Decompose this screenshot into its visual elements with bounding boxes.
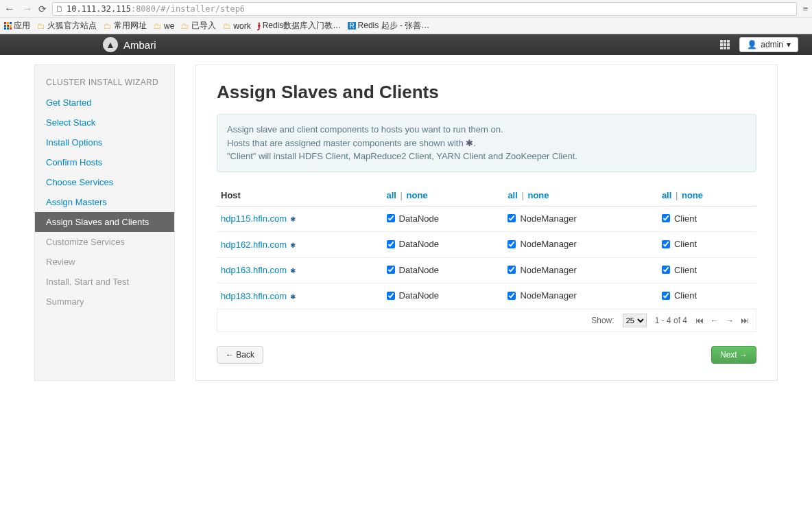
checkbox-input[interactable] xyxy=(387,266,395,274)
page-range: 1 - 4 of 4 xyxy=(655,316,687,325)
checkbox-input[interactable] xyxy=(662,266,670,274)
wizard-step-choose-services[interactable]: Choose Services xyxy=(35,172,174,192)
table-row: hdp162.hfln.com ✱DataNodeNodeManagerClie… xyxy=(217,232,756,258)
table-row: hdp163.hfln.com ✱DataNodeNodeManagerClie… xyxy=(217,257,756,283)
pager: Show: 25 1 - 4 of 4 ⏮ ← → ⏭ xyxy=(217,309,756,332)
component-checkbox[interactable]: NodeManager xyxy=(508,213,576,224)
bookmark-item[interactable]: 🗀火狐官方站点 xyxy=(37,20,97,32)
component-checkbox[interactable]: DataNode xyxy=(387,239,440,249)
checkbox-input[interactable] xyxy=(508,292,516,300)
apps-button[interactable]: 应用 xyxy=(4,20,30,32)
checkbox-input[interactable] xyxy=(662,240,670,248)
select-all[interactable]: all xyxy=(387,190,396,200)
checkbox-input[interactable] xyxy=(508,240,516,248)
checkbox-input[interactable] xyxy=(387,240,395,248)
table-row: hdp115.hfln.com ✱DataNodeNodeManagerClie… xyxy=(217,206,756,232)
wizard-step-install-options[interactable]: Install Options xyxy=(35,132,174,152)
checkbox-input[interactable] xyxy=(387,292,395,300)
bookmark-item[interactable]: 🗀we xyxy=(154,21,174,31)
page-size-select[interactable]: 25 xyxy=(623,314,647,327)
wizard-step-assign-slaves-and-clients[interactable]: Assign Slaves and Clients xyxy=(35,212,174,232)
ambari-header: ▲ Ambari 👤 admin ▾ xyxy=(0,34,812,55)
reload-icon[interactable]: ⟳ xyxy=(38,3,47,14)
component-checkbox[interactable]: NodeManager xyxy=(508,239,576,249)
wizard-title: CLUSTER INSTALL WIZARD xyxy=(35,78,174,93)
checkbox-input[interactable] xyxy=(662,292,670,300)
host-link[interactable]: hdp163.hfln.com xyxy=(221,265,287,275)
component-checkbox[interactable]: DataNode xyxy=(387,213,440,224)
select-all[interactable]: all xyxy=(662,190,671,200)
component-label: DataNode xyxy=(399,213,440,224)
bookmark-item[interactable]: RRedis 起步 - 张善… xyxy=(348,20,429,32)
info-box: Assign slave and client components to ho… xyxy=(217,114,756,172)
nav-arrows: ← → xyxy=(4,3,33,15)
wizard-step-select-stack[interactable]: Select Stack xyxy=(35,113,174,132)
bookmark-item[interactable]: ɈRedis数据库入门教… xyxy=(258,20,342,32)
col-datanode: all | none xyxy=(383,185,504,207)
show-label: Show: xyxy=(591,316,614,325)
page-title: Assign Slaves and Clients xyxy=(217,82,756,103)
menu-icon[interactable]: ≡ xyxy=(802,3,808,14)
prev-page-icon[interactable]: ← xyxy=(710,316,719,325)
views-icon[interactable] xyxy=(720,40,730,49)
folder-icon: 🗀 xyxy=(104,21,112,31)
caret-down-icon: ▾ xyxy=(787,40,791,49)
select-all[interactable]: all xyxy=(508,190,517,200)
select-none[interactable]: none xyxy=(682,190,703,200)
folder-icon: 🗀 xyxy=(223,21,231,31)
component-checkbox[interactable]: Client xyxy=(662,290,697,301)
back-button[interactable]: ← Back xyxy=(217,346,263,364)
select-none[interactable]: none xyxy=(527,190,549,200)
component-label: DataNode xyxy=(399,290,440,301)
next-page-icon[interactable]: → xyxy=(726,316,734,325)
component-label: Client xyxy=(674,213,697,224)
first-page-icon[interactable]: ⏮ xyxy=(695,316,704,325)
checkbox-input[interactable] xyxy=(508,266,516,274)
asterisk-icon: ✱ xyxy=(288,293,296,301)
brand-label: Ambari xyxy=(123,39,156,51)
host-link[interactable]: hdp183.hfln.com xyxy=(221,291,287,301)
host-link[interactable]: hdp115.hfln.com xyxy=(221,213,287,224)
component-checkbox[interactable]: Client xyxy=(662,239,697,249)
url-path: /#/installer/step6 xyxy=(156,4,245,14)
component-label: NodeManager xyxy=(520,239,576,249)
wizard-step-get-started[interactable]: Get Started xyxy=(35,93,174,113)
col-nodemanager: all | none xyxy=(503,185,658,207)
wizard-step-review: Review xyxy=(35,252,174,272)
component-checkbox[interactable]: DataNode xyxy=(387,290,440,301)
last-page-icon[interactable]: ⏭ xyxy=(741,316,749,325)
component-label: Client xyxy=(674,239,697,249)
forward-icon[interactable]: → xyxy=(22,3,33,15)
host-link[interactable]: hdp162.hfln.com xyxy=(221,240,287,250)
folder-icon: 🗀 xyxy=(37,21,45,31)
wizard-step-install-start-and-test: Install, Start and Test xyxy=(35,272,174,292)
folder-icon: 🗀 xyxy=(154,21,162,31)
component-label: DataNode xyxy=(399,239,440,249)
brand[interactable]: ▲ Ambari xyxy=(103,37,156,52)
component-label: NodeManager xyxy=(520,290,576,301)
component-checkbox[interactable]: NodeManager xyxy=(508,290,576,301)
apps-label: 应用 xyxy=(14,20,30,32)
next-button[interactable]: Next → xyxy=(711,346,756,364)
component-checkbox[interactable]: Client xyxy=(662,265,697,275)
checkbox-input[interactable] xyxy=(387,214,395,222)
bookmark-item[interactable]: 🗀work xyxy=(223,21,250,31)
select-none[interactable]: none xyxy=(407,190,428,200)
bookmark-item[interactable]: 🗀常用网址 xyxy=(104,20,147,32)
back-icon[interactable]: ← xyxy=(4,3,15,15)
redis-icon: Ɉ xyxy=(258,21,261,31)
admin-dropdown[interactable]: 👤 admin ▾ xyxy=(739,37,798,52)
component-checkbox[interactable]: DataNode xyxy=(387,265,440,275)
wizard-step-confirm-hosts[interactable]: Confirm Hosts xyxy=(35,152,174,172)
address-bar[interactable]: 🗋 10.111.32.115 :8080 /#/installer/step6 xyxy=(52,2,797,16)
file-icon: 🗋 xyxy=(56,4,64,14)
wizard-step-assign-masters[interactable]: Assign Masters xyxy=(35,192,174,212)
component-checkbox[interactable]: Client xyxy=(662,213,697,224)
bookmark-bar: 应用 🗀火狐官方站点 🗀常用网址 🗀we 🗀已导入 🗀work ɈRedis数据… xyxy=(0,18,812,34)
wizard-step-customize-services: Customize Services xyxy=(35,232,174,252)
bookmark-item[interactable]: 🗀已导入 xyxy=(181,20,216,32)
admin-label: admin xyxy=(761,40,783,49)
checkbox-input[interactable] xyxy=(662,214,670,222)
checkbox-input[interactable] xyxy=(508,214,516,222)
component-checkbox[interactable]: NodeManager xyxy=(508,265,576,275)
